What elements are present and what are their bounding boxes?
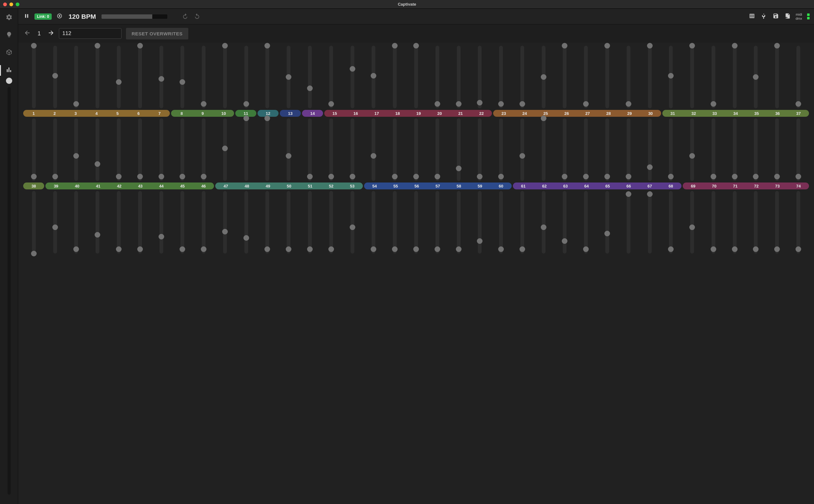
slider-thumb[interactable]	[179, 79, 185, 85]
channel-slider[interactable]	[214, 191, 236, 254]
slider-track[interactable]	[202, 118, 206, 181]
slider-thumb[interactable]	[583, 174, 589, 179]
slider-track[interactable]	[775, 46, 779, 108]
slider-thumb[interactable]	[116, 174, 121, 179]
channel-slider[interactable]	[745, 46, 767, 108]
channel-slider[interactable]	[618, 46, 639, 108]
slider-thumb[interactable]	[604, 43, 610, 49]
slider-thumb[interactable]	[222, 229, 228, 234]
slider-track[interactable]	[542, 191, 545, 254]
slider-thumb[interactable]	[116, 79, 121, 85]
channel-slider[interactable]	[596, 118, 618, 181]
slider-thumb[interactable]	[31, 174, 37, 179]
slider-track[interactable]	[138, 191, 142, 254]
channel-slider[interactable]	[342, 46, 363, 108]
slider-thumb[interactable]	[158, 76, 164, 82]
slider-track[interactable]	[74, 118, 78, 181]
slider-track[interactable]	[287, 118, 291, 181]
slider-track[interactable]	[563, 191, 566, 254]
slider-thumb[interactable]	[583, 101, 589, 107]
slider-track[interactable]	[542, 46, 545, 108]
channel-slider[interactable]	[724, 118, 745, 181]
channel-slider[interactable]	[766, 118, 788, 181]
slider-thumb[interactable]	[371, 153, 376, 159]
slider-track[interactable]	[754, 118, 758, 181]
channel-slider[interactable]	[129, 46, 151, 108]
slider-thumb[interactable]	[350, 66, 355, 72]
channel-slider[interactable]	[512, 118, 533, 181]
channel-slider[interactable]	[23, 191, 44, 254]
slider-track[interactable]	[245, 191, 248, 254]
channel-slider[interactable]	[23, 118, 44, 181]
slider-thumb[interactable]	[477, 174, 482, 179]
channel-slider[interactable]	[66, 191, 87, 254]
slider-thumb[interactable]	[265, 43, 270, 49]
slider-track[interactable]	[435, 191, 439, 254]
channel-slider[interactable]	[469, 118, 490, 181]
slider-track[interactable]	[457, 118, 461, 181]
slider-thumb[interactable]	[392, 174, 398, 179]
slider-track[interactable]	[478, 191, 482, 254]
slider-thumb[interactable]	[201, 174, 207, 179]
channel-slider[interactable]	[745, 191, 767, 254]
slider-track[interactable]	[690, 118, 694, 181]
slider-track[interactable]	[95, 118, 99, 181]
slider-thumb[interactable]	[604, 174, 610, 179]
channel-slider[interactable]	[87, 118, 108, 181]
slider-thumb[interactable]	[435, 246, 440, 252]
channel-slider[interactable]	[278, 191, 299, 254]
slider-thumb[interactable]	[774, 246, 780, 252]
channel-slider[interactable]	[151, 118, 172, 181]
slider-thumb[interactable]	[583, 246, 589, 252]
channel-slider[interactable]	[405, 191, 427, 254]
slider-thumb[interactable]	[626, 101, 631, 107]
reset-overwrites-button[interactable]: RESET OVERWRITES	[126, 28, 188, 39]
slider-track[interactable]	[605, 118, 609, 181]
channel-slider[interactable]	[193, 46, 214, 108]
slider-thumb[interactable]	[753, 74, 759, 80]
slider-thumb[interactable]	[286, 246, 291, 252]
save-button[interactable]	[772, 13, 780, 21]
slider-thumb[interactable]	[477, 100, 482, 105]
channel-slider[interactable]	[554, 118, 575, 181]
slider-thumb[interactable]	[519, 153, 525, 159]
load-button[interactable]	[784, 13, 792, 21]
channel-group[interactable]: 14	[302, 110, 323, 117]
slider-track[interactable]	[287, 191, 291, 254]
slider-thumb[interactable]	[307, 174, 313, 179]
slider-thumb[interactable]	[307, 246, 313, 252]
slider-thumb[interactable]	[711, 101, 716, 107]
channel-group[interactable]: 31323334353637	[662, 110, 809, 117]
slider-thumb[interactable]	[498, 174, 504, 179]
channel-slider[interactable]	[44, 46, 66, 108]
slider-track[interactable]	[605, 191, 609, 254]
channel-slider[interactable]	[87, 191, 108, 254]
channel-slider[interactable]	[575, 118, 596, 181]
channel-slider[interactable]	[193, 191, 214, 254]
channel-slider[interactable]	[321, 191, 342, 254]
slider-track[interactable]	[202, 46, 206, 108]
slider-track[interactable]	[627, 191, 631, 254]
channel-slider[interactable]	[596, 46, 618, 108]
channel-slider[interactable]	[533, 118, 554, 181]
channel-slider[interactable]	[214, 118, 236, 181]
sidebar-item-mixer[interactable]	[5, 66, 13, 75]
sidebar-item-settings[interactable]	[5, 14, 13, 22]
slider-track[interactable]	[796, 118, 800, 181]
channel-slider[interactable]	[788, 191, 809, 254]
slider-track[interactable]	[669, 118, 673, 181]
slider-track[interactable]	[287, 46, 291, 108]
channel-slider[interactable]	[384, 118, 405, 181]
slider-track[interactable]	[308, 118, 312, 181]
channel-slider[interactable]	[363, 118, 384, 181]
channel-slider[interactable]	[236, 118, 257, 181]
channel-slider[interactable]	[151, 191, 172, 254]
slider-track[interactable]	[53, 46, 57, 108]
channel-slider[interactable]	[554, 191, 575, 254]
slider-thumb[interactable]	[562, 174, 567, 179]
slider-thumb[interactable]	[201, 246, 207, 252]
slider-track[interactable]	[627, 46, 631, 108]
channel-group[interactable]: 3940414243444546	[45, 183, 214, 189]
usb-button[interactable]	[760, 13, 768, 21]
channel-group[interactable]: 47484950515253	[215, 183, 363, 189]
